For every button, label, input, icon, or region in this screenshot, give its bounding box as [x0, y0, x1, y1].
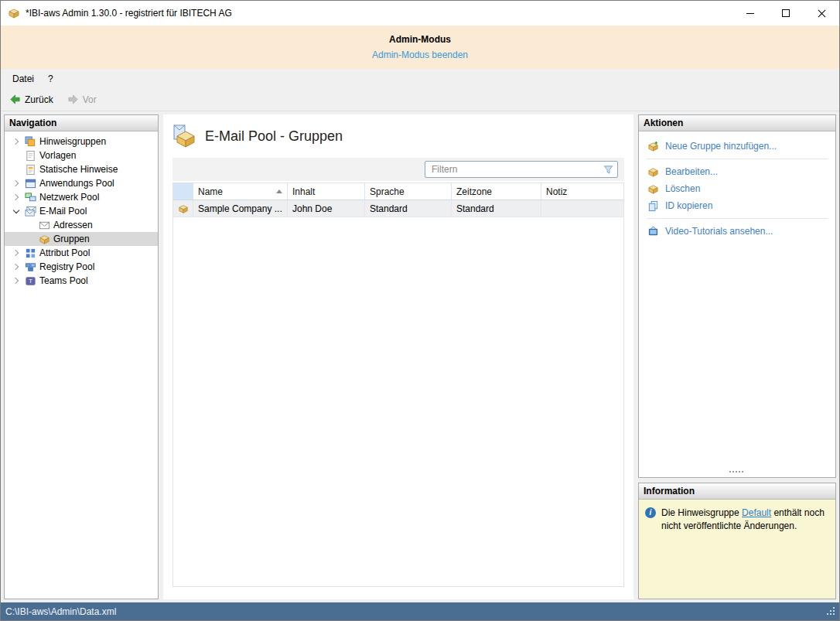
panel-splitter-grip[interactable]	[729, 471, 745, 473]
cell-name: Sample Company ...	[193, 200, 288, 217]
chevron-right-icon[interactable]	[9, 135, 23, 148]
maximize-icon	[782, 9, 790, 17]
table-row[interactable]: Sample Company ... John Doe Standard Sta…	[173, 200, 623, 217]
column-header-name[interactable]: Name	[193, 183, 288, 200]
close-button[interactable]	[804, 1, 839, 26]
menu-item-datei[interactable]: Datei	[5, 71, 41, 87]
delete-group-action[interactable]: Löschen	[647, 180, 828, 197]
addresses-icon	[37, 219, 51, 231]
sidebar-item-teams-pool[interactable]: T Teams Pool	[5, 274, 158, 288]
admin-mode-banner: Admin-Modus Admin-Modus beenden	[1, 26, 839, 69]
sidebar-item-hinweisgruppen[interactable]: Hinweisgruppen	[5, 135, 158, 148]
action-label: Neue Gruppe hinzufügen...	[665, 141, 777, 152]
copy-id-action[interactable]: ID kopieren	[647, 197, 828, 214]
sidebar-item-email-pool[interactable]: E-Mail Pool	[5, 204, 158, 218]
registry-pool-icon	[23, 261, 37, 273]
status-bar: C:\IBI-aws\Admin\Data.xml	[1, 602, 839, 620]
status-file-path: C:\IBI-aws\Admin\Data.xml	[5, 606, 116, 617]
column-header-label: Name	[198, 186, 223, 197]
chevron-right-icon[interactable]	[9, 275, 23, 287]
admin-mode-title: Admin-Modus	[389, 34, 451, 45]
sidebar-item-label: Adressen	[53, 220, 93, 230]
back-button[interactable]: Zurück	[5, 92, 57, 107]
column-header-icon[interactable]	[173, 183, 193, 200]
cell-zeitzone: Standard	[452, 200, 541, 217]
page-title: E-Mail Pool - Gruppen	[205, 128, 343, 145]
filter-funnel-icon	[603, 164, 614, 176]
menu-item-help[interactable]: ?	[41, 71, 60, 87]
chevron-right-icon[interactable]	[9, 177, 23, 189]
delete-group-icon	[647, 183, 659, 195]
sidebar-item-label: Netzwerk Pool	[39, 192, 99, 203]
email-pool-icon	[23, 205, 37, 217]
back-button-label: Zurück	[25, 94, 53, 105]
actions-panel: Aktionen Neue Gruppe hinzufügen... Bea	[638, 114, 836, 478]
sidebar-item-adressen[interactable]: Adressen	[5, 218, 158, 232]
cell-sprache: Standard	[365, 200, 452, 217]
sidebar-item-label: Vorlagen	[39, 150, 76, 161]
email-group-box-icon	[172, 124, 197, 148]
information-body: Die Hinweisgruppe Default enthält noch n…	[639, 500, 835, 540]
right-column: Aktionen Neue Gruppe hinzufügen... Bea	[638, 114, 836, 599]
admin-mode-exit-link[interactable]: Admin-Modus beenden	[372, 49, 468, 60]
action-label: ID kopieren	[665, 200, 712, 211]
filter-input[interactable]	[432, 164, 603, 175]
menu-bar: Datei ?	[1, 69, 839, 88]
application-pool-icon	[23, 177, 37, 189]
workspace: Navigation Hinweisgruppen Vorlagen	[1, 111, 839, 602]
maximize-button[interactable]	[768, 1, 804, 26]
video-tutorials-action[interactable]: Video-Tutorials ansehen...	[647, 223, 828, 240]
sidebar-item-anwendungs-pool[interactable]: Anwendungs Pool	[5, 176, 158, 190]
table-header: Name Inhalt Sprache Zeitzone Notiz	[173, 183, 623, 200]
svg-text:T: T	[29, 278, 32, 285]
column-header-zeitzone[interactable]: Zeitzone	[452, 183, 541, 200]
sidebar-item-attribut-pool[interactable]: Attribut Pool	[5, 246, 158, 260]
forward-arrow-icon	[67, 94, 79, 105]
sidebar-item-registry-pool[interactable]: Registry Pool	[5, 260, 158, 274]
edit-group-action[interactable]: Bearbeiten...	[647, 163, 828, 180]
templates-icon	[23, 149, 37, 162]
content-panel: E-Mail Pool - Gruppen Name In	[163, 114, 633, 599]
window-title: *IBI-aws Admin 1.30.0 - registriert für …	[26, 8, 232, 19]
resize-grip[interactable]	[826, 606, 836, 616]
navigation-tree: Hinweisgruppen Vorlagen Statische Hinwei…	[5, 131, 158, 599]
navigation-toolbar: Zurück Vor	[1, 88, 839, 111]
column-header-notiz[interactable]: Notiz	[541, 183, 623, 200]
filter-bar	[172, 158, 624, 181]
add-group-action[interactable]: Neue Gruppe hinzufügen...	[647, 138, 828, 155]
column-header-inhalt[interactable]: Inhalt	[288, 183, 365, 200]
action-label: Bearbeiten...	[665, 166, 718, 177]
sidebar-item-label: Gruppen	[53, 234, 90, 244]
chevron-right-icon[interactable]	[9, 247, 23, 259]
sidebar-item-statische-hinweise[interactable]: Statische Hinweise	[5, 162, 158, 176]
chevron-right-icon[interactable]	[9, 191, 23, 203]
sidebar-item-vorlagen[interactable]: Vorlagen	[5, 148, 158, 162]
chevron-down-icon[interactable]	[9, 205, 23, 217]
minimize-button[interactable]	[732, 1, 768, 26]
cell-inhalt: John Doe	[288, 200, 365, 217]
sidebar-item-netzwerk-pool[interactable]: Netzwerk Pool	[5, 190, 158, 204]
attribute-pool-icon	[23, 247, 37, 259]
sidebar-item-label: E-Mail Pool	[39, 206, 87, 217]
sidebar-item-label: Anwendungs Pool	[39, 178, 114, 189]
video-tutorials-icon	[647, 225, 659, 237]
minimize-icon	[746, 13, 754, 14]
row-group-box-icon	[173, 200, 193, 217]
sidebar-item-label: Hinweisgruppen	[39, 136, 106, 147]
title-bar: *IBI-aws Admin 1.30.0 - registriert für …	[1, 1, 839, 26]
filter-box	[425, 161, 618, 178]
action-label: Löschen	[665, 183, 700, 194]
hint-groups-icon	[23, 135, 37, 148]
info-icon	[645, 507, 656, 518]
teams-pool-icon: T	[23, 275, 37, 287]
chevron-right-icon[interactable]	[9, 261, 23, 273]
sidebar-item-label: Statische Hinweise	[39, 164, 118, 175]
forward-button[interactable]: Vor	[63, 92, 101, 107]
forward-button-label: Vor	[83, 94, 97, 105]
cell-notiz	[541, 200, 623, 217]
edit-group-icon	[647, 165, 659, 178]
default-group-link[interactable]: Default	[742, 507, 771, 518]
sidebar-item-gruppen[interactable]: Gruppen	[5, 232, 158, 246]
column-header-sprache[interactable]: Sprache	[365, 183, 452, 200]
window-controls	[732, 1, 839, 26]
